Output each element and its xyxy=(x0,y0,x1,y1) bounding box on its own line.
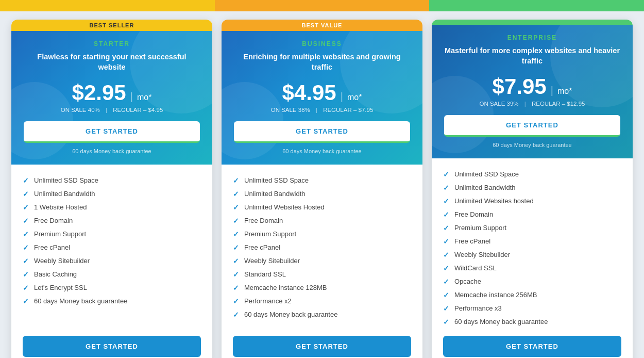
list-item: ✓Standard SSL xyxy=(233,268,411,281)
list-item: ✓Premium Support xyxy=(23,227,201,241)
check-icon: ✓ xyxy=(23,257,29,265)
list-item: ✓Unlimited SSD Space xyxy=(23,174,201,187)
price-row-business: $4.95|mo* xyxy=(234,82,410,104)
top-bar-yellow xyxy=(0,0,215,11)
get-started-bottom-button-starter[interactable]: GET STARTED xyxy=(23,336,201,357)
check-icon: ✓ xyxy=(23,284,29,292)
get-started-bottom-button-enterprise[interactable]: GET STARTED xyxy=(443,336,621,357)
list-item: ✓Unlimited SSD Space xyxy=(443,168,621,181)
price-amount-starter: $2.95 xyxy=(72,82,126,104)
pricing-card-starter: BEST SELLERSTARTERFlawless for starting … xyxy=(11,20,212,358)
plan-tagline-starter: Flawless for starting your next successf… xyxy=(24,52,200,73)
list-item: ✓WildCard SSL xyxy=(443,262,621,275)
feature-label: Premium Support xyxy=(454,224,506,232)
money-back-hero-business: 60 days Money back guarantee xyxy=(234,148,410,154)
list-item: ✓Premium Support xyxy=(233,227,411,241)
check-icon: ✓ xyxy=(23,243,29,252)
list-item: ✓Free cPanel xyxy=(443,235,621,248)
feature-label: Unlimited SSD Space xyxy=(34,176,98,184)
feature-label: 60 days Money back guarantee xyxy=(454,318,548,326)
feature-label: Free cPanel xyxy=(34,243,70,251)
feature-label: Weebly Sitebuilder xyxy=(244,257,300,265)
list-item: ✓Free cPanel xyxy=(23,241,201,254)
pricing-card-business: BEST VALUEBUSINESSEnriching for multiple… xyxy=(222,20,422,358)
check-icon: ✓ xyxy=(443,251,449,259)
check-icon: ✓ xyxy=(443,318,449,326)
list-item: ✓1 Website Hosted xyxy=(23,201,201,214)
money-back-hero-enterprise: 60 days Money back guarantee xyxy=(444,142,620,148)
price-period-starter: mo* xyxy=(137,93,151,102)
feature-label: Free cPanel xyxy=(244,243,280,251)
list-item: ✓Free cPanel xyxy=(233,241,411,254)
list-item: ✓Weebly Sitebuilder xyxy=(233,254,411,268)
price-period-enterprise: mo* xyxy=(557,87,572,96)
features-list-starter: ✓Unlimited SSD Space✓Unlimited Bandwidth… xyxy=(11,165,212,336)
list-item: ✓Basic Caching xyxy=(23,268,201,281)
feature-label: Memcache instance 256MB xyxy=(454,291,537,299)
feature-label: WildCard SSL xyxy=(454,264,497,272)
plan-name-enterprise: ENTERPRISE xyxy=(444,34,620,41)
badge-starter: BEST SELLER xyxy=(11,20,212,31)
feature-label: 60 days Money back guarantee xyxy=(244,311,337,318)
feature-label: Free cPanel xyxy=(454,237,490,245)
feature-label: Performance x2 xyxy=(244,297,292,305)
check-icon: ✓ xyxy=(233,257,239,265)
list-item: ✓Weebly Sitebuilder xyxy=(443,248,621,262)
feature-label: Unlimited Bandwidth xyxy=(454,184,516,191)
feature-label: Premium Support xyxy=(244,230,296,238)
list-item: ✓Performance x3 xyxy=(443,302,621,315)
feature-label: Weebly Sitebuilder xyxy=(454,251,510,258)
price-amount-business: $4.95 xyxy=(282,82,336,104)
list-item: ✓Unlimited Bandwidth xyxy=(233,187,411,201)
pricing-container: BEST SELLERSTARTERFlawless for starting … xyxy=(0,11,644,358)
feature-label: Premium Support xyxy=(34,230,86,238)
feature-label: Weebly Sitebuilder xyxy=(34,257,90,265)
list-item: ✓60 days Money back guarantee xyxy=(233,308,411,321)
get-started-bottom-button-business[interactable]: GET STARTED xyxy=(233,336,411,357)
check-icon: ✓ xyxy=(443,304,449,313)
check-icon: ✓ xyxy=(233,284,239,292)
check-icon: ✓ xyxy=(443,210,449,219)
list-item: ✓60 days Money back guarantee xyxy=(23,295,201,308)
sale-info-starter: ON SALE 40% | REGULAR – $4.95 xyxy=(24,107,200,113)
list-item: ✓Unlimited SSD Space xyxy=(233,174,411,187)
feature-label: 60 days Money back guarantee xyxy=(34,297,127,305)
list-item: ✓Let's Encrypt SSL xyxy=(23,281,201,295)
list-item: ✓Weebly Sitebuilder xyxy=(23,254,201,268)
check-icon: ✓ xyxy=(443,170,449,178)
feature-label: Basic Caching xyxy=(34,270,77,278)
features-list-enterprise: ✓Unlimited SSD Space✓Unlimited Bandwidth… xyxy=(432,158,633,336)
card-hero-starter: STARTERFlawless for starting your next s… xyxy=(11,31,212,165)
feature-label: 1 Website Hosted xyxy=(34,203,87,211)
feature-label: Unlimited Websites Hosted xyxy=(244,203,325,211)
check-icon: ✓ xyxy=(443,184,449,192)
get-started-hero-button-business[interactable]: GET STARTED xyxy=(234,121,410,143)
features-list-business: ✓Unlimited SSD Space✓Unlimited Bandwidth… xyxy=(222,165,422,336)
feature-label: Memcache instance 128MB xyxy=(244,284,327,291)
feature-label: Free Domain xyxy=(244,217,283,224)
price-row-enterprise: $7.95|mo* xyxy=(444,76,620,97)
feature-label: Free Domain xyxy=(454,210,493,218)
check-icon: ✓ xyxy=(23,230,29,238)
plan-tagline-enterprise: Masterful for more complex websites and … xyxy=(444,45,620,67)
check-icon: ✓ xyxy=(443,237,449,246)
check-icon: ✓ xyxy=(233,311,239,319)
list-item: ✓Free Domain xyxy=(443,208,621,221)
list-item: ✓Unlimited Websites hosted xyxy=(443,194,621,208)
check-icon: ✓ xyxy=(443,278,449,286)
feature-label: Performance x3 xyxy=(454,304,502,312)
price-divider-enterprise: | xyxy=(551,85,553,96)
top-bars xyxy=(0,0,644,11)
check-icon: ✓ xyxy=(23,270,29,279)
list-item: ✓Unlimited Bandwidth xyxy=(23,187,201,201)
check-icon: ✓ xyxy=(23,297,29,305)
top-bar-orange xyxy=(215,0,430,11)
feature-label: Unlimited Bandwidth xyxy=(244,190,306,198)
check-icon: ✓ xyxy=(443,291,449,299)
list-item: ✓60 days Money back guarantee xyxy=(443,315,621,329)
check-icon: ✓ xyxy=(443,264,449,272)
price-divider-business: | xyxy=(341,91,343,103)
check-icon: ✓ xyxy=(233,203,239,211)
get-started-hero-button-starter[interactable]: GET STARTED xyxy=(24,121,200,143)
get-started-hero-button-enterprise[interactable]: GET STARTED xyxy=(444,115,620,137)
